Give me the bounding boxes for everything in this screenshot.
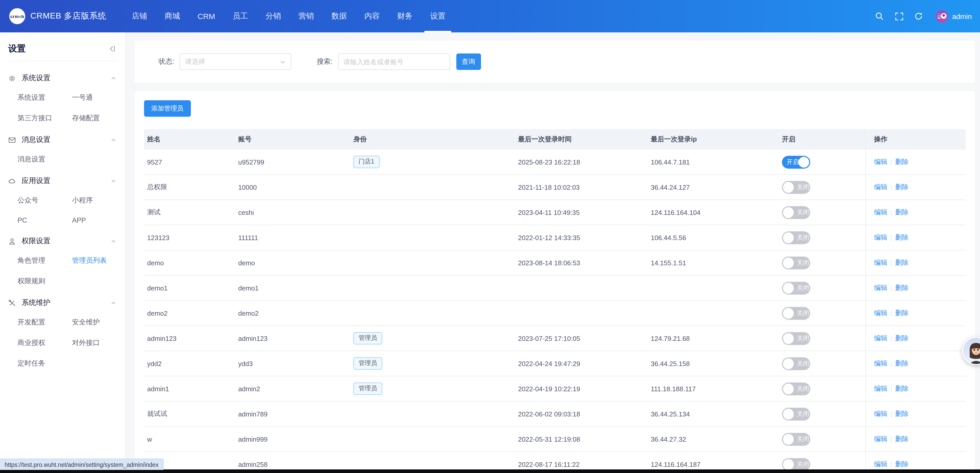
delete-link[interactable]: 删除 [895,233,908,242]
search-label: 搜索: [317,57,333,66]
sidebar-section-header[interactable]: 消息设置 [0,135,126,144]
refresh-icon[interactable] [909,12,929,21]
sidebar-item-消息设置[interactable]: 消息设置 [18,155,72,164]
enabled-toggle-off[interactable]: 关闭 [782,181,810,194]
sidebar-collapse-icon[interactable] [108,45,116,52]
sidebar-item-角色管理[interactable]: 角色管理 [18,256,72,265]
enabled-toggle-off[interactable]: 关闭 [782,458,810,471]
delete-link[interactable]: 删除 [895,308,908,318]
enabled-toggle-on[interactable]: 开启 [782,156,810,168]
sidebar-section-header[interactable]: 系统维护 [0,298,126,308]
edit-link[interactable]: 编辑 [874,258,888,267]
edit-link[interactable]: 编辑 [874,384,888,393]
enabled-toggle-off[interactable]: 关闭 [782,433,810,446]
sidebar-item-APP[interactable]: APP [72,216,126,224]
edit-link[interactable]: 编辑 [874,308,888,318]
enabled-toggle-off[interactable]: 关闭 [782,231,810,244]
cell-enabled: 关闭 [779,281,865,294]
search-input[interactable] [338,54,450,70]
sidebar-section-header[interactable]: 应用设置 [0,176,126,186]
nav-item-分销[interactable]: 分销 [260,0,286,32]
sidebar-item-商业授权[interactable]: 商业授权 [18,338,72,348]
delete-link[interactable]: 删除 [895,460,908,469]
search-icon[interactable] [870,12,889,21]
nav-item-商城[interactable]: 商城 [159,0,186,32]
sidebar-section-header[interactable]: 系统设置 [0,73,126,83]
user-avatar[interactable] [936,10,948,22]
cell-account: ceshi [235,208,350,216]
fullscreen-icon[interactable] [889,12,909,20]
table-row: demodemo2023-08-14 18:06:5314.155.1.51关闭… [144,251,966,276]
nav-item-财务[interactable]: 财务 [391,0,418,32]
sidebar-item-存储配置[interactable]: 存储配置 [72,114,126,123]
action-separator: | [891,259,892,266]
delete-link[interactable]: 删除 [895,334,908,343]
enabled-toggle-off[interactable]: 关闭 [782,307,810,319]
nav-item-内容[interactable]: 内容 [359,0,385,32]
sidebar-item-安全维护[interactable]: 安全维护 [72,318,126,327]
sidebar-item-对外接口[interactable]: 对外接口 [72,338,126,348]
cell-account: 111111 [235,234,350,241]
delete-link[interactable]: 删除 [895,208,908,217]
sidebar-item-管理员列表[interactable]: 管理员列表 [72,256,126,265]
edit-link[interactable]: 编辑 [874,157,888,167]
enabled-toggle-off[interactable]: 关闭 [782,206,810,219]
chevron-up-icon[interactable] [111,137,116,143]
edit-link[interactable]: 编辑 [874,183,888,192]
enabled-toggle-off[interactable]: 关闭 [782,382,810,395]
sidebar-item-PC[interactable]: PC [18,216,72,224]
sidebar-item-一号通[interactable]: 一号通 [72,93,126,102]
nav-item-营销[interactable]: 营销 [293,0,320,32]
delete-link[interactable]: 删除 [895,283,908,292]
chevron-up-icon[interactable] [111,238,116,244]
delete-link[interactable]: 删除 [895,435,908,444]
status-select[interactable]: 请选择 [180,54,291,70]
enabled-toggle-off[interactable]: 关闭 [782,332,810,345]
query-button[interactable]: 查询 [456,54,481,70]
column-header-account: 账号 [235,135,350,144]
cell-last-login-ip: 14.155.1.51 [648,259,779,267]
sidebar-item-系统设置[interactable]: 系统设置 [18,93,72,102]
sidebar-item-公众号[interactable]: 公众号 [18,196,72,205]
enabled-toggle-off[interactable]: 关闭 [782,408,810,420]
edit-link[interactable]: 编辑 [874,359,888,368]
nav-item-CRM[interactable]: CRM [192,0,221,32]
cell-account: admin123 [235,335,350,342]
edit-link[interactable]: 编辑 [874,435,888,444]
sidebar-item-开发配置[interactable]: 开发配置 [18,318,72,327]
nav-item-设置[interactable]: 设置 [425,0,451,32]
enabled-toggle-off[interactable]: 关闭 [782,357,810,370]
cell-role: 管理员 [350,357,515,370]
sidebar-item-定时任务[interactable]: 定时任务 [18,359,72,368]
sidebar-section: 系统维护开发配置安全维护商业授权对外接口定时任务 [0,298,126,368]
delete-link[interactable]: 删除 [895,258,908,267]
add-admin-button[interactable]: 添加管理员 [144,100,191,117]
chevron-up-icon[interactable] [111,178,116,184]
main-nav: 店铺商城CRM员工分销营销数据内容财务设置 [126,0,457,32]
nav-item-店铺[interactable]: 店铺 [126,0,153,32]
navbar-actions: admin [870,0,980,32]
edit-link[interactable]: 编辑 [874,334,888,343]
delete-link[interactable]: 删除 [895,359,908,368]
nav-item-员工[interactable]: 员工 [227,0,254,32]
cell-account: admin258 [235,460,350,468]
sidebar-item-权限规则[interactable]: 权限规则 [18,276,72,286]
edit-link[interactable]: 编辑 [874,233,888,242]
enabled-toggle-off[interactable]: 关闭 [782,281,810,294]
delete-link[interactable]: 删除 [895,384,908,393]
edit-link[interactable]: 编辑 [874,283,888,292]
delete-link[interactable]: 删除 [895,183,908,192]
nav-item-数据[interactable]: 数据 [326,0,352,32]
edit-link[interactable]: 编辑 [874,409,888,419]
edit-link[interactable]: 编辑 [874,208,888,217]
chevron-up-icon[interactable] [111,300,116,306]
sidebar-section-header[interactable]: 权限设置 [0,236,126,246]
edit-link[interactable]: 编辑 [874,460,888,469]
username-label[interactable]: admin [952,12,972,20]
delete-link[interactable]: 删除 [895,157,908,167]
sidebar-item-第三方接口[interactable]: 第三方接口 [18,114,72,123]
sidebar-item-小程序[interactable]: 小程序 [72,196,126,205]
enabled-toggle-off[interactable]: 关闭 [782,256,810,269]
delete-link[interactable]: 删除 [895,409,908,419]
chevron-up-icon[interactable] [111,75,116,81]
